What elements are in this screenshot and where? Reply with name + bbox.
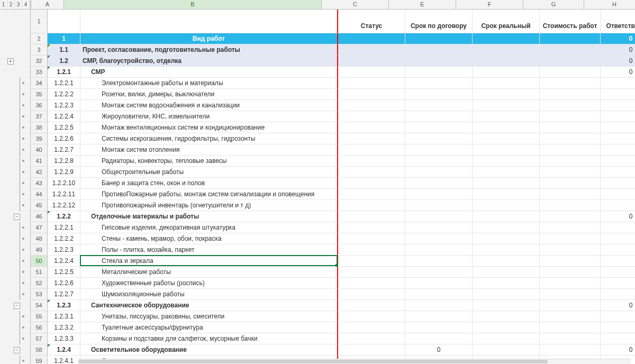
cell[interactable] [405, 100, 473, 111]
cell[interactable] [540, 44, 601, 56]
row-header-38[interactable]: 38 [31, 122, 48, 133]
outline-level-3[interactable]: 3 [15, 0, 22, 9]
cell[interactable]: Вид работ [80, 33, 338, 44]
cell[interactable]: 1.2.2.12 [48, 200, 80, 211]
cell[interactable] [405, 200, 473, 211]
cell[interactable] [338, 322, 405, 333]
cell[interactable] [540, 278, 601, 289]
cell[interactable]: 1.2.2.4 [48, 256, 80, 267]
cell[interactable] [601, 333, 635, 344]
cell[interactable] [338, 89, 405, 100]
cell[interactable] [540, 89, 601, 100]
cell[interactable] [540, 111, 601, 122]
cell[interactable] [338, 300, 405, 311]
cell[interactable] [473, 222, 540, 233]
cell[interactable] [540, 244, 601, 256]
cell[interactable]: 0 [601, 344, 635, 356]
cell[interactable]: Металлические работы [80, 267, 338, 278]
row-header-39[interactable]: 39 [31, 133, 48, 144]
cell[interactable]: Корзины и подставки для салфеток, мусорн… [80, 333, 338, 344]
row-header-55[interactable]: 55 [31, 311, 48, 322]
cell[interactable] [338, 200, 405, 211]
cell[interactable] [338, 333, 405, 344]
cell[interactable] [540, 233, 601, 244]
cell[interactable] [601, 78, 635, 89]
cell[interactable] [540, 200, 601, 211]
cell[interactable] [540, 333, 601, 344]
cell[interactable]: Стекла и зеркала [80, 256, 338, 267]
cell[interactable] [601, 278, 635, 289]
cell[interactable]: 1.2.3 [48, 300, 80, 311]
cell[interactable]: 1.2.2.5 [48, 122, 80, 133]
cell[interactable] [540, 122, 601, 133]
cell[interactable]: Гипсовые изделия, декоративная штукатурк… [80, 222, 338, 233]
row-header-43[interactable]: 43 [31, 178, 48, 189]
cell[interactable] [405, 233, 473, 244]
cell[interactable]: Стены - камень, мрамор, обои, покраска [80, 233, 338, 244]
cell[interactable] [338, 233, 405, 244]
cell[interactable] [473, 122, 540, 133]
cell[interactable] [338, 222, 405, 233]
cell[interactable] [473, 300, 540, 311]
cell[interactable] [473, 267, 540, 278]
cell[interactable] [473, 89, 540, 100]
cell[interactable] [473, 133, 540, 144]
cell[interactable] [80, 10, 338, 33]
cell[interactable] [540, 311, 601, 322]
cell[interactable]: 1.2.2.7 [48, 144, 80, 156]
row-header-57[interactable]: 57 [31, 333, 48, 344]
cell[interactable] [601, 156, 635, 167]
row-header-48[interactable]: 48 [31, 233, 48, 244]
col-header-F[interactable]: F [456, 0, 523, 9]
cell[interactable] [601, 144, 635, 156]
cell[interactable] [540, 344, 601, 356]
cell[interactable] [338, 100, 405, 111]
cell[interactable] [338, 267, 405, 278]
cell[interactable] [405, 33, 473, 44]
cell[interactable] [338, 256, 405, 267]
cell[interactable] [405, 133, 473, 144]
cell[interactable] [405, 89, 473, 100]
cell[interactable] [540, 167, 601, 178]
cell[interactable] [405, 322, 473, 333]
cell[interactable] [473, 144, 540, 156]
cell[interactable] [540, 100, 601, 111]
cell[interactable] [601, 289, 635, 300]
cell[interactable]: Системы искрогашения, гидрофильтры, гидр… [80, 133, 338, 144]
cell[interactable] [405, 44, 473, 56]
cell[interactable]: Банер и защита стен, окон и полов [80, 178, 338, 189]
cell[interactable] [338, 44, 405, 56]
cell[interactable] [473, 189, 540, 200]
outline-level-1[interactable]: 1 [0, 0, 7, 9]
cell[interactable] [540, 211, 601, 222]
cell[interactable] [601, 233, 635, 244]
cell[interactable] [405, 122, 473, 133]
cell[interactable] [473, 244, 540, 256]
cell[interactable]: 1.2.2.6 [48, 278, 80, 289]
cell[interactable] [405, 289, 473, 300]
cell[interactable] [405, 333, 473, 344]
cell[interactable]: Ответственный [601, 10, 635, 33]
cell[interactable]: Сантехническое оборудование [80, 300, 338, 311]
row-header-46[interactable]: 46 [31, 211, 48, 222]
cell[interactable] [601, 167, 635, 178]
cell[interactable] [405, 111, 473, 122]
cell[interactable]: Монтаж вентиляционных систем и кондицион… [80, 122, 338, 133]
cell[interactable]: Художественные работы (роспись) [80, 278, 338, 289]
cell[interactable]: Жироуловители, КНС, измельчители [80, 111, 338, 122]
cell[interactable] [338, 156, 405, 167]
outline-toggle[interactable]: − [14, 214, 20, 220]
cell[interactable] [338, 344, 405, 356]
row-header-2[interactable]: 2 [31, 33, 48, 44]
cell[interactable] [540, 289, 601, 300]
cell[interactable] [405, 167, 473, 178]
cell[interactable]: Полы - плитка, мозайка, паркет [80, 244, 338, 256]
cell[interactable] [405, 56, 473, 67]
col-header-H[interactable]: H [584, 0, 635, 9]
cell[interactable]: 1.2.3.2 [48, 322, 80, 333]
row-header-32[interactable]: 32 [31, 56, 48, 67]
cell[interactable] [473, 200, 540, 211]
cell[interactable]: Радиаторы, конвекторы, тепловые завесы [80, 156, 338, 167]
cell[interactable] [601, 322, 635, 333]
row-header-56[interactable]: 56 [31, 322, 48, 333]
